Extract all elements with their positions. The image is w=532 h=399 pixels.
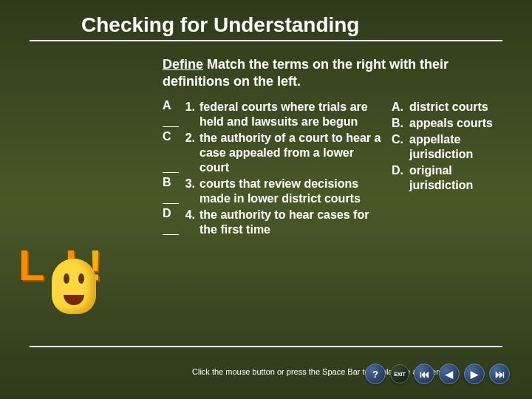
definition-text: federal courts where trials are held and… (200, 100, 384, 129)
instructions-text: Match the terms on the right with their … (163, 57, 449, 89)
term-letter: C. (392, 132, 409, 162)
page-title: Checking for Understanding (0, 0, 532, 40)
term-text: district courts (409, 100, 495, 115)
term-letter: D. (392, 163, 409, 193)
define-label: Define (163, 57, 203, 72)
definitions-column: A 1. federal courts where trials are hel… (163, 100, 384, 239)
exit-button[interactable]: EXIT (390, 364, 409, 383)
content-area: A 1. federal courts where trials are hel… (0, 97, 532, 239)
definition-text: the authority of a court to hear a case … (200, 131, 384, 175)
list-item: D. original jurisdiction (392, 163, 495, 193)
list-item: B 3. courts that review decisions made i… (163, 177, 384, 206)
item-number: 4. (182, 208, 200, 237)
item-number: 3. (182, 177, 200, 206)
help-button[interactable]: ? (365, 364, 386, 384)
term-letter: A. (392, 100, 409, 115)
list-item: C 2. the authority of a court to hear a … (163, 131, 384, 175)
answer-letter: B (163, 176, 171, 188)
list-item: A 1. federal courts where trials are hel… (163, 100, 384, 129)
answer-letter: D (163, 207, 171, 219)
list-item: A. district courts (392, 100, 495, 115)
term-letter: B. (392, 116, 409, 131)
term-text: appeals courts (409, 116, 495, 131)
divider-bottom (30, 346, 502, 347)
definition-text: courts that review decisions made in low… (200, 177, 384, 206)
answer-letter: C (163, 130, 171, 143)
lol-letter: L (18, 240, 41, 290)
answer-blank: A (163, 100, 182, 129)
answer-blank: C (163, 131, 182, 175)
list-item: B. appeals courts (392, 116, 495, 131)
item-number: 2. (182, 131, 200, 175)
answer-letter: A (163, 99, 171, 112)
item-number: 1. (182, 100, 200, 129)
answer-blank: B (163, 177, 182, 206)
term-text: original jurisdiction (409, 163, 495, 193)
term-text: appellate jurisdiction (409, 132, 495, 162)
instructions: Define Match the terms on the right with… (0, 41, 532, 97)
definition-text: the authority to hear cases for the firs… (200, 208, 384, 237)
answer-blank: D (163, 208, 182, 237)
last-button[interactable]: ⏭ (489, 364, 510, 384)
first-button[interactable]: ⏮ (414, 364, 434, 384)
list-item: C. appellate jurisdiction (392, 132, 495, 162)
list-item: D 4. the authority to hear cases for the… (163, 208, 384, 237)
smiley-icon (52, 259, 96, 314)
next-button[interactable]: ▶ (464, 364, 485, 384)
prev-button[interactable]: ◀ (439, 364, 460, 384)
terms-column: A. district courts B. appeals courts C. … (384, 100, 495, 239)
nav-bar: ? EXIT ⏮ ◀ ▶ ⏭ (365, 364, 510, 384)
